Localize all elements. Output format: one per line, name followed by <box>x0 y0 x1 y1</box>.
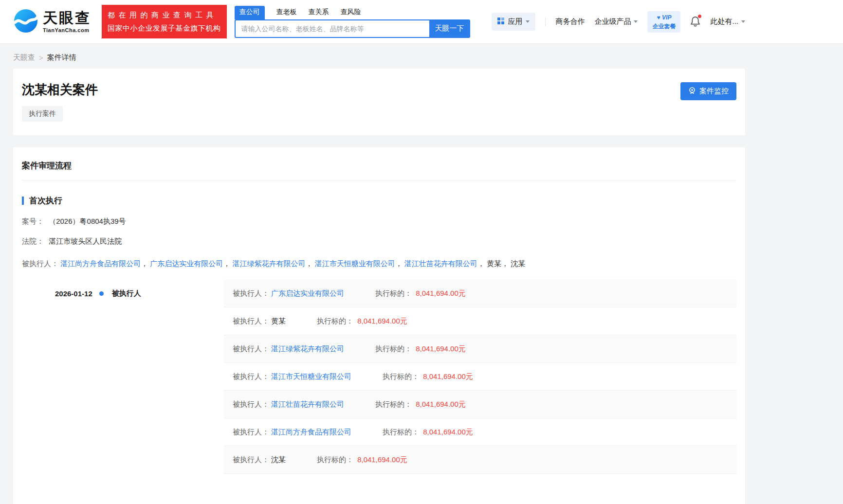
party-company-link[interactable]: 湛江绿紫花卉有限公司 <box>233 259 306 268</box>
amount-group: 执行标的： 8,041,694.00元 <box>375 344 466 354</box>
monitor-button-label: 案件监控 <box>699 87 729 96</box>
row-party-name: 沈某 <box>271 455 286 465</box>
breadcrumb-separator: > <box>39 54 43 62</box>
tianyancha-logo[interactable]: 天眼查 TianYanCha.com <box>13 8 91 36</box>
row-party-label: 被执行人： <box>233 428 269 437</box>
header-nav: 应用 商务合作 企业级产品 ♥ VIP 企业套餐 <box>492 11 745 33</box>
case-number-label: 案号： <box>22 217 44 225</box>
row-party-label: 被执行人： <box>233 344 269 354</box>
user-menu[interactable]: 此处有... <box>710 17 745 26</box>
nav-enterprise-products[interactable]: 企业级产品 <box>594 17 638 26</box>
brand-name: 天眼查 <box>43 11 91 25</box>
header-inner: 天眼查 TianYanCha.com 都在用的商业查询工具 国家中小企业发展子基… <box>0 0 758 43</box>
row-party-name-link[interactable]: 湛江壮苗花卉有限公司 <box>271 400 344 409</box>
row-party-name-link[interactable]: 湛江绿紫花卉有限公司 <box>271 344 344 354</box>
row-party-name-link[interactable]: 广东启达实业有限公司 <box>271 289 344 298</box>
breadcrumb: 天眼查 > 案件详情 <box>13 53 745 62</box>
breadcrumb-home[interactable]: 天眼查 <box>13 53 35 62</box>
apps-menu[interactable]: 应用 <box>492 13 535 31</box>
timeline-marker: 2026-01-12 被执行人 <box>22 280 224 307</box>
notification-dot <box>698 15 701 18</box>
executed-party-table: 被执行人： 广东启达实业有限公司 执行标的： 8,041,694.00元 被执行… <box>224 280 736 474</box>
chevron-down-icon <box>526 20 530 23</box>
party-company-link[interactable]: 广东启达实业有限公司 <box>150 259 223 268</box>
amount-value: 8,041,694.00元 <box>423 372 473 380</box>
party-company-link[interactable]: 湛江市天恒糖业有限公司 <box>315 259 395 268</box>
case-type-badge: 执行案件 <box>22 106 63 122</box>
amount-group: 执行标的： 8,041,694.00元 <box>317 317 407 326</box>
court-label: 法院： <box>22 237 44 245</box>
table-row: 被执行人： 湛江壮苗花卉有限公司 执行标的： 8,041,694.00元 <box>224 391 736 418</box>
promo-line2: 国家中小企业发展子基金旗下机构 <box>108 22 221 35</box>
amount-label: 执行标的： <box>375 344 412 353</box>
amount-value: 8,041,694.00元 <box>423 428 473 436</box>
court-field: 法院： 湛江市坡头区人民法院 <box>22 237 736 246</box>
tab-company[interactable]: 查公司 <box>235 6 265 19</box>
vip-package-badge[interactable]: ♥ VIP 企业套餐 <box>647 11 680 33</box>
row-party-name: 黄某 <box>271 317 286 326</box>
monitor-icon <box>688 87 696 96</box>
search-input[interactable] <box>235 19 429 38</box>
amount-value: 8,041,694.00元 <box>416 344 466 353</box>
amount-value: 8,041,694.00元 <box>357 455 407 464</box>
cooperation-label: 商务合作 <box>555 17 585 26</box>
chevron-down-icon <box>741 20 745 23</box>
amount-group: 执行标的： 8,041,694.00元 <box>317 455 407 465</box>
row-party-label: 被执行人： <box>233 455 269 465</box>
nav-divider <box>545 18 546 26</box>
amount-value: 8,041,694.00元 <box>416 400 466 408</box>
search-button[interactable]: 天眼一下 <box>429 19 470 38</box>
table-row: 被执行人： 黄某 执行标的： 8,041,694.00元 <box>224 307 736 335</box>
executed-parties-line: 被执行人： 湛江尚方舟食品有限公司， 广东启达实业有限公司， 湛江绿紫花卉有限公… <box>22 257 736 270</box>
row-party-label: 被执行人： <box>233 372 269 381</box>
timeline-event-label: 被执行人 <box>112 289 141 298</box>
parties-label: 被执行人： <box>22 259 58 268</box>
timeline-date: 2026-01-12 <box>55 289 92 298</box>
brand-domain: TianYanCha.com <box>43 27 91 33</box>
party-separator: ， <box>141 259 148 268</box>
tianyancha-logo-icon <box>13 8 38 36</box>
row-party-label: 被执行人： <box>233 400 269 409</box>
tab-risk[interactable]: 查风险 <box>341 6 361 19</box>
tab-relation[interactable]: 查关系 <box>309 6 329 19</box>
enterprise-label: 企业级产品 <box>594 17 631 26</box>
party-separator: ， <box>223 259 230 268</box>
case-number-value: （2026）粤0804执39号 <box>49 217 126 225</box>
amount-label: 执行标的： <box>375 289 412 297</box>
table-row: 被执行人： 沈某 执行标的： 8,041,694.00元 <box>224 446 736 474</box>
party-company-link[interactable]: 湛江壮苗花卉有限公司 <box>404 259 477 268</box>
amount-group: 执行标的： 8,041,694.00元 <box>375 400 466 409</box>
tab-boss[interactable]: 查老板 <box>276 6 297 19</box>
party-separator: ， <box>306 259 313 268</box>
party-company-link[interactable]: 湛江尚方舟食品有限公司 <box>60 259 141 268</box>
breadcrumb-current: 案件详情 <box>47 53 76 62</box>
amount-label: 执行标的： <box>317 317 353 325</box>
logo-text: 天眼查 TianYanCha.com <box>43 11 91 33</box>
amount-value: 8,041,694.00元 <box>416 289 466 297</box>
vip-sub-label: 企业套餐 <box>652 22 676 31</box>
timeline-dot-icon <box>99 291 104 296</box>
search-area: 查公司 查老板 查关系 查风险 天眼一下 <box>235 6 470 38</box>
apps-grid-icon <box>497 18 504 26</box>
case-monitor-button[interactable]: 案件监控 <box>680 82 736 100</box>
amount-label: 执行标的： <box>317 455 353 464</box>
party-person: 黄某 <box>487 259 501 268</box>
search-tabs: 查公司 查老板 查关系 查风险 <box>235 6 470 19</box>
party-separator: ， <box>501 259 509 268</box>
vip-label: VIP <box>662 14 671 21</box>
row-party-name-link[interactable]: 湛江尚方舟食品有限公司 <box>271 428 351 437</box>
page-title: 沈某相关案件 <box>22 81 98 98</box>
amount-group: 执行标的： 8,041,694.00元 <box>383 428 473 437</box>
amount-group: 执行标的： 8,041,694.00元 <box>383 372 473 381</box>
notification-bell[interactable] <box>690 16 700 28</box>
amount-label: 执行标的： <box>383 372 419 380</box>
case-header-left: 沈某相关案件 执行案件 <box>22 81 98 122</box>
amount-group: 执行标的： 8,041,694.00元 <box>375 289 466 298</box>
nav-business-cooperation[interactable]: 商务合作 <box>555 17 585 26</box>
promo-badge: 都在用的商业查询工具 国家中小企业发展子基金旗下机构 <box>102 5 227 38</box>
party-person: 沈某 <box>511 259 525 268</box>
user-label: 此处有... <box>710 17 738 26</box>
stage-header: 首次执行 <box>22 195 736 206</box>
search-box: 天眼一下 <box>235 19 470 38</box>
row-party-name-link[interactable]: 湛江市天恒糖业有限公司 <box>271 372 351 381</box>
